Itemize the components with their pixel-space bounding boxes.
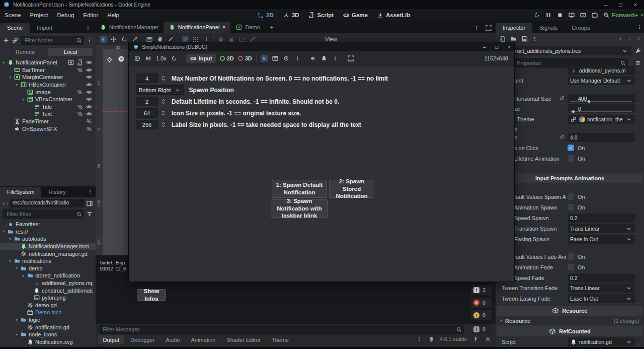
menu-scene[interactable]: Scene xyxy=(0,12,26,18)
stop-icon[interactable] xyxy=(556,12,564,19)
expander-icon[interactable]: ▾ xyxy=(9,259,14,263)
expander-icon[interactable]: ▾ xyxy=(16,318,20,322)
expand-bottom-panel-icon[interactable] xyxy=(484,335,491,342)
slider-grabber[interactable] xyxy=(588,100,590,103)
eye-icon[interactable] xyxy=(86,89,93,96)
eye-icon[interactable] xyxy=(86,81,93,88)
file-item[interactable]: construct_additionals_p... xyxy=(0,287,96,294)
filter-files-input[interactable] xyxy=(3,210,84,219)
zoom-out-icon[interactable] xyxy=(118,55,125,62)
bottom-tab-theme[interactable]: Theme xyxy=(267,335,294,344)
percent-icon[interactable]: % xyxy=(76,89,84,96)
suspend-icon[interactable] xyxy=(134,55,141,62)
percent-icon[interactable]: % xyxy=(76,110,84,117)
scene-node-item[interactable]: Text% xyxy=(0,110,96,118)
instance-scene-link-icon[interactable] xyxy=(12,37,19,44)
file-item[interactable]: ▾autoloads xyxy=(0,235,96,243)
close-icon[interactable]: × xyxy=(508,44,511,50)
restart-icon[interactable] xyxy=(171,55,178,62)
scene-tree-dots-icon[interactable] xyxy=(86,37,93,44)
toast-icon[interactable] xyxy=(320,55,328,62)
file-item[interactable]: notification_manager.gd xyxy=(0,250,96,257)
crosshair-icon[interactable] xyxy=(106,56,113,63)
expander-icon[interactable]: ▾ xyxy=(22,97,27,102)
remote-window-icon[interactable] xyxy=(568,12,575,19)
sort-files-icon[interactable] xyxy=(86,211,93,218)
spawn-button-3[interactable]: 3: Spawn Notification with taskbar blink xyxy=(271,199,328,218)
file-item[interactable]: ★Favorites: xyxy=(0,221,96,228)
warning-count-badge[interactable]: !0 xyxy=(471,310,492,320)
revert-property-icon[interactable]: ↺ xyxy=(559,134,564,141)
mode-3d-button[interactable]: 3D xyxy=(238,55,252,61)
file-item[interactable]: ♪additional_pylons.mp3 xyxy=(0,280,96,287)
percent-icon[interactable]: % xyxy=(76,66,84,74)
pin-bottom-panel-icon[interactable] xyxy=(472,335,479,342)
minimize-icon[interactable]: – xyxy=(483,44,486,50)
property-checkbox[interactable] xyxy=(568,155,574,162)
expander-icon[interactable]: ▾ xyxy=(16,266,20,270)
menu-debug[interactable]: Debug xyxy=(52,12,78,18)
percent-icon[interactable]: % xyxy=(76,103,84,110)
property-checkbox[interactable] xyxy=(568,204,574,211)
spin-arrows-icon[interactable] xyxy=(159,110,167,117)
nav-forward-icon[interactable]: › xyxy=(6,200,8,206)
dock-tab-import[interactable]: Import xyxy=(30,23,59,33)
close-icon[interactable]: × xyxy=(634,2,637,8)
bottom-tab-output[interactable]: Output xyxy=(98,335,124,344)
cursor-icon[interactable] xyxy=(261,55,268,62)
spinbox-value[interactable]: 2 xyxy=(136,97,158,106)
add-node-icon[interactable] xyxy=(3,37,10,44)
history-icon[interactable]: ↺ xyxy=(635,35,642,42)
camera-probe-icon[interactable] xyxy=(283,55,290,62)
nav-back-icon[interactable]: ‹ xyxy=(3,200,5,206)
expander-icon[interactable]: ▾ xyxy=(3,229,7,234)
renderer-selector[interactable]: Forward+ ▼ xyxy=(612,12,644,18)
eye-icon[interactable] xyxy=(86,103,93,110)
scene-node-item[interactable]: Title% xyxy=(0,103,96,111)
property-field[interactable]: 0.2 xyxy=(568,214,635,223)
expander-icon[interactable]: ▾ xyxy=(22,273,27,278)
spawn-button-1[interactable]: 1: Spawn Default Notification xyxy=(272,180,327,198)
property-checkbox[interactable] xyxy=(568,264,574,270)
remote-tab[interactable]: Remote xyxy=(3,48,47,56)
file-item[interactable]: ▾notifications xyxy=(0,257,96,265)
fs-tab-filesystem[interactable]: FileSystem xyxy=(0,187,41,197)
mode-2d-button[interactable]: 2D xyxy=(220,55,234,61)
scene-node-item[interactable]: BarTimer% xyxy=(0,66,96,74)
property-slider[interactable]: 0 xyxy=(568,104,635,113)
show-infos-button[interactable]: Show Infos xyxy=(137,289,166,301)
property-dropdown[interactable]: Trans Linear xyxy=(568,284,635,293)
scene-node-item[interactable]: OnSpawnSFX% xyxy=(0,125,96,132)
property-dropdown[interactable]: Ease In Out xyxy=(568,235,635,244)
playback-speed[interactable]: 1.0x xyxy=(156,55,167,61)
workspace-3d-button[interactable]: 3D xyxy=(280,11,302,20)
select-tool-icon[interactable] xyxy=(100,36,107,43)
spin-arrows-icon[interactable] xyxy=(159,75,167,82)
scene-node-item[interactable]: ▾MarginContainer xyxy=(0,74,96,81)
edited-resource-selector[interactable]: construct_additionals_pylons.tres xyxy=(500,46,631,55)
close-tab-icon[interactable]: × xyxy=(222,24,225,30)
file-item[interactable]: notification.gd xyxy=(0,323,96,331)
file-item[interactable]: pylon.png xyxy=(0,294,96,302)
speaker-icon[interactable] xyxy=(309,55,316,62)
minimize-icon[interactable]: – xyxy=(604,2,607,8)
dock-menu-dots-icon[interactable] xyxy=(85,24,92,31)
game-window-titlebar[interactable]: SimpleNotifications (DEBUG) – ▢ × xyxy=(129,42,514,51)
expander-icon[interactable]: ▾ xyxy=(16,83,20,87)
save-resource-icon[interactable] xyxy=(521,35,528,42)
next-icon[interactable]: › xyxy=(626,35,633,42)
scene-node-item[interactable]: ▾VBoxContainer xyxy=(0,96,96,103)
add-scene-tab-button[interactable]: + xyxy=(265,22,278,33)
spin-arrows-icon[interactable] xyxy=(159,98,167,105)
fs-tab-history[interactable]: History xyxy=(41,187,72,197)
expander-icon[interactable]: ▾ xyxy=(9,75,14,80)
property-dropdown[interactable]: Trans Linear xyxy=(568,224,635,233)
revert-property-icon[interactable]: ↺ xyxy=(559,95,564,102)
version-bell-icon[interactable] xyxy=(428,335,435,342)
menu-editor[interactable]: Editor xyxy=(78,12,103,18)
move-tool-icon[interactable] xyxy=(110,36,117,43)
filter-messages-input[interactable] xyxy=(99,325,464,334)
file-item[interactable]: Demo.tscn xyxy=(0,309,96,316)
dock-tab-scene[interactable]: Scene xyxy=(0,23,30,33)
dots-icon[interactable] xyxy=(531,35,538,42)
